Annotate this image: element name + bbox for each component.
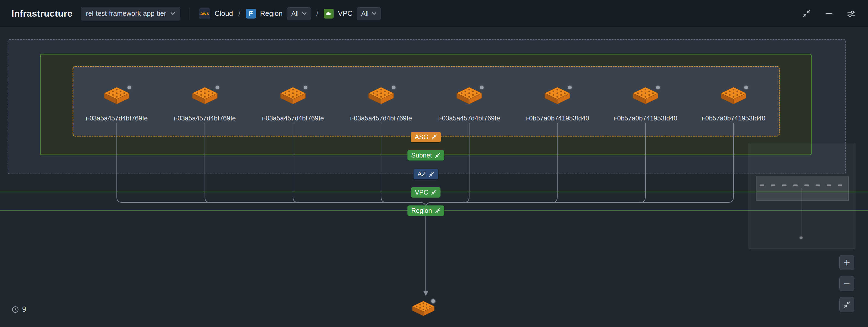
status-dot <box>479 85 485 90</box>
region-filter-value: All <box>291 10 299 18</box>
status-dot <box>127 85 132 90</box>
instance-node[interactable]: i-03a5a457d4bf769fe <box>252 87 334 122</box>
instance-id-label: i-03a5a457d4bf769fe <box>438 115 500 122</box>
page-title: Infrastructure <box>11 8 72 19</box>
instance-id-label: i-03a5a457d4bf769fe <box>86 115 148 122</box>
zoom-out-button[interactable]: − <box>839 276 855 291</box>
nodes-layer: i-03a5a457d4bf769fei-03a5a457d4bf769fei-… <box>0 27 868 327</box>
instance-node[interactable]: i-0b57a0b741953fd40 <box>604 87 686 122</box>
ec2-instance-icon <box>456 87 482 105</box>
infrastructure-canvas[interactable]: ASGSubnetAZVPCRegion i-03a5a457d4bf769fe… <box>0 27 868 327</box>
minimize-button[interactable] <box>824 8 834 19</box>
region-icon <box>246 9 256 19</box>
ec2-instance-icon <box>104 87 130 105</box>
status-dot <box>303 85 308 90</box>
status-dot <box>391 85 396 90</box>
ec2-instance-icon <box>720 87 747 105</box>
instance-node[interactable]: i-03a5a457d4bf769fe <box>428 87 510 122</box>
minimap-node <box>782 185 786 186</box>
minimap-target-node <box>800 236 803 239</box>
scope-dropdown-value: rel-test-framework-app-tier <box>86 9 166 18</box>
filter-settings-button[interactable] <box>846 8 857 19</box>
node-counter-value: 9 <box>22 305 26 314</box>
minimap-node <box>771 185 775 186</box>
tune-sliders-icon <box>847 9 856 18</box>
breadcrumb: aws Cloud / Region All / VPC All <box>199 7 381 20</box>
instance-id-label: i-03a5a457d4bf769fe <box>350 115 412 122</box>
zoom-in-button[interactable]: + <box>839 255 855 270</box>
header-actions <box>801 8 857 19</box>
fit-view-icon <box>843 301 851 309</box>
minimap-node <box>827 185 831 186</box>
chevron-down-icon <box>302 12 307 15</box>
breadcrumb-separator: / <box>316 9 318 18</box>
instance-node[interactable]: i-0b57a0b741953fd40 <box>516 87 598 122</box>
chevron-down-icon <box>372 12 376 15</box>
instance-id-label: i-03a5a457d4bf769fe <box>262 115 324 122</box>
minimap-node <box>816 185 820 186</box>
ec2-instance-icon <box>632 87 658 105</box>
vpc-filter-dropdown[interactable]: All <box>357 7 381 20</box>
instance-id-label: i-03a5a457d4bf769fe <box>174 115 236 122</box>
minimap-viewport[interactable] <box>756 176 849 201</box>
instance-id-label: i-0b57a0b741953fd40 <box>525 115 589 122</box>
minus-icon <box>824 9 834 18</box>
collapse-arrows-icon <box>802 9 811 18</box>
ec2-instance-icon <box>192 87 218 105</box>
fit-view-button[interactable] <box>839 297 855 312</box>
instance-node[interactable]: i-03a5a457d4bf769fe <box>340 87 422 122</box>
ec2-instance-icon <box>368 87 394 105</box>
aws-cloud-icon: aws <box>199 8 210 19</box>
zoom-controls: + − <box>839 255 855 312</box>
vpc-icon <box>324 9 334 19</box>
vpc-filter-value: All <box>361 10 369 18</box>
collapse-all-button[interactable] <box>801 8 812 19</box>
target-instance-node[interactable] <box>412 301 435 316</box>
node-counter: 9 <box>11 305 26 314</box>
minimap-node <box>804 185 809 186</box>
chevron-down-icon <box>170 12 175 15</box>
minimap[interactable] <box>748 143 856 249</box>
breadcrumb-vpc-label[interactable]: VPC <box>338 9 352 18</box>
status-dot <box>567 85 572 90</box>
status-dot <box>215 85 220 90</box>
zoom-out-label: − <box>844 278 850 289</box>
minimap-node <box>838 185 842 186</box>
instance-id-label: i-0b57a0b741953fd40 <box>614 115 677 122</box>
breadcrumb-separator: / <box>239 9 240 18</box>
clock-icon <box>11 306 19 314</box>
breadcrumb-region-label[interactable]: Region <box>260 9 283 18</box>
status-dot <box>430 298 436 304</box>
minimap-node <box>793 185 798 186</box>
instance-id-label: i-0b57a0b741953fd40 <box>702 115 766 122</box>
ec2-instance-icon <box>544 87 570 105</box>
instance-node[interactable]: i-03a5a457d4bf769fe <box>76 87 158 122</box>
status-dot <box>743 85 749 90</box>
aws-icon-label: aws <box>200 11 209 16</box>
minimap-edge <box>801 188 801 236</box>
breadcrumb-cloud-label[interactable]: Cloud <box>214 9 233 18</box>
scope-dropdown[interactable]: rel-test-framework-app-tier <box>81 7 181 21</box>
instance-node[interactable]: i-03a5a457d4bf769fe <box>164 87 246 122</box>
status-dot <box>655 85 661 90</box>
instance-node[interactable]: i-0b57a0b741953fd40 <box>692 87 774 122</box>
minimap-node <box>760 185 764 186</box>
ec2-instance-icon <box>280 87 306 105</box>
region-filter-dropdown[interactable]: All <box>287 7 311 20</box>
header: Infrastructure rel-test-framework-app-ti… <box>0 0 868 27</box>
zoom-in-label: + <box>844 257 850 268</box>
